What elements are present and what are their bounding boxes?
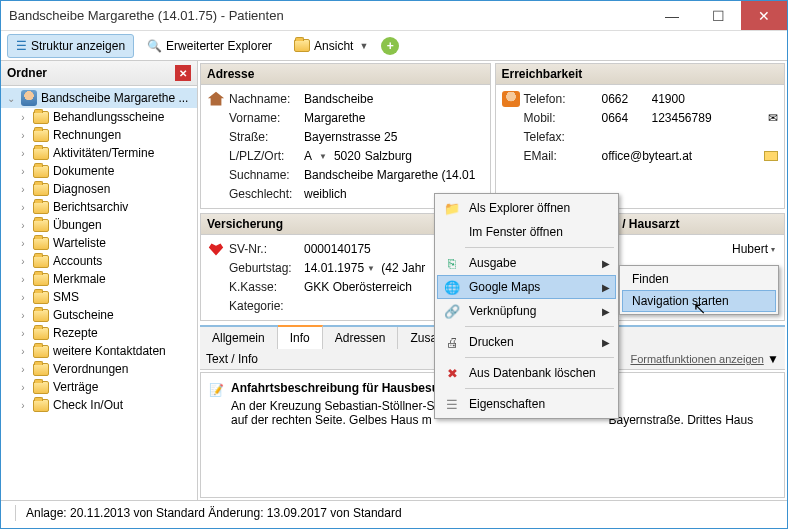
tree-item[interactable]: ›Verträge — [1, 378, 197, 396]
expand-icon[interactable]: › — [17, 112, 29, 123]
expand-icon[interactable]: › — [17, 184, 29, 195]
ort-value[interactable]: Salzburg — [365, 149, 412, 163]
vorname-value[interactable]: Margarethe — [304, 111, 484, 125]
expand-icon[interactable]: › — [17, 382, 29, 393]
menu-verknuepfung[interactable]: 🔗Verknüpfung▶ — [437, 299, 616, 323]
minimize-button[interactable]: — — [649, 1, 695, 30]
tree-item[interactable]: ›Behandlungsscheine — [1, 108, 197, 126]
folder-icon — [33, 183, 49, 196]
tree-item[interactable]: ›Gutscheine — [1, 306, 197, 324]
menu-delete[interactable]: ✖Aus Datenbank löschen — [437, 361, 616, 385]
folder-tree[interactable]: ⌄ Bandscheibe Margarethe ... ›Behandlung… — [1, 86, 197, 500]
expand-icon[interactable]: › — [17, 130, 29, 141]
tree-item[interactable]: ›Merkmale — [1, 270, 197, 288]
mobil-value[interactable]: 123456789 — [652, 111, 769, 125]
tree-item[interactable]: ›SMS — [1, 288, 197, 306]
chevron-down-icon[interactable]: ▼ — [316, 152, 330, 161]
menu-ausgabe[interactable]: ⎘Ausgabe▶ — [437, 251, 616, 275]
chevron-down-icon[interactable]: ▼ — [767, 352, 779, 366]
tree-item[interactable]: ›Accounts — [1, 252, 197, 270]
suchname-value[interactable]: Bandscheibe Margarethe (14.01 — [304, 168, 484, 182]
explorer-icon: 🔍 — [147, 39, 162, 53]
tree-item[interactable]: ›Übungen — [1, 216, 197, 234]
contact-icon — [502, 91, 520, 107]
nachname-value[interactable]: Bandscheibe — [304, 92, 484, 106]
kat-label: Kategorie: — [229, 299, 304, 313]
geb-label: Geburtstag: — [229, 261, 304, 275]
expand-icon[interactable]: › — [17, 310, 29, 321]
expand-icon[interactable]: › — [17, 166, 29, 177]
menu-finden[interactable]: Finden — [622, 268, 776, 290]
folder-icon — [33, 129, 49, 142]
tree-item[interactable]: ›Dokumente — [1, 162, 197, 180]
maximize-button[interactable]: ☐ — [695, 1, 741, 30]
format-link[interactable]: Formatfunktionen anzeigen — [630, 353, 763, 365]
tree-item-label: Verordnungen — [53, 362, 128, 376]
mobil-vorwahl[interactable]: 0664 — [602, 111, 652, 125]
note-icon: 📝 — [209, 383, 224, 397]
chevron-down-icon[interactable]: ▾ — [768, 245, 778, 254]
expand-icon[interactable]: › — [17, 202, 29, 213]
tree-item[interactable]: ›Rechnungen — [1, 126, 197, 144]
menu-properties[interactable]: ☰Eigenschaften — [437, 392, 616, 416]
export-icon: ⎘ — [443, 255, 461, 271]
tree-root[interactable]: ⌄ Bandscheibe Margarethe ... — [1, 88, 197, 108]
toolbar: ☰ Struktur anzeigen 🔍 Erweiterter Explor… — [1, 31, 787, 61]
strasse-value[interactable]: Bayernstrasse 25 — [304, 130, 484, 144]
land-value[interactable]: A — [304, 149, 312, 163]
tree-item[interactable]: ›weitere Kontaktdaten — [1, 342, 197, 360]
expand-icon[interactable]: › — [17, 364, 29, 375]
tree-item-label: Behandlungsscheine — [53, 110, 164, 124]
tab-info[interactable]: Info — [278, 325, 323, 349]
expand-icon[interactable]: › — [17, 256, 29, 267]
tree-item-label: Diagnosen — [53, 182, 110, 196]
folder-icon — [33, 345, 49, 358]
close-button[interactable]: ✕ — [741, 1, 787, 30]
chevron-down-icon[interactable]: ▼ — [364, 264, 378, 273]
globe-icon: 🌐 — [443, 279, 461, 295]
tree-item[interactable]: ›Verordnungen — [1, 360, 197, 378]
erreich-header: Erreichbarkeit — [496, 64, 785, 85]
sidebar-close-button[interactable]: ✕ — [175, 65, 191, 81]
menu-open-explorer[interactable]: 📁Als Explorer öffnen — [437, 196, 616, 220]
expand-icon[interactable]: › — [17, 238, 29, 249]
email-value[interactable]: office@byteart.at — [602, 149, 765, 163]
sms-icon[interactable]: ✉ — [768, 111, 778, 125]
tree-item-label: Gutscheine — [53, 308, 114, 322]
tab-adressen[interactable]: Adressen — [323, 327, 399, 349]
telefon-value[interactable]: 41900 — [652, 92, 779, 106]
tab-allgemein[interactable]: Allgemein — [200, 327, 278, 349]
collapse-icon[interactable]: ⌄ — [5, 93, 17, 104]
menu-google-maps[interactable]: 🌐Google Maps▶ — [437, 275, 616, 299]
expand-icon[interactable]: › — [17, 274, 29, 285]
therapeut-value[interactable]: Hubert — [732, 242, 768, 256]
erreichbarkeit-panel: Erreichbarkeit Telefon:066241900 Mobil:0… — [495, 63, 786, 209]
expand-icon[interactable]: › — [17, 346, 29, 357]
explorer-icon: 📁 — [443, 200, 461, 216]
expand-icon[interactable]: › — [17, 400, 29, 411]
geb-value[interactable]: 14.01.1975 — [304, 261, 364, 275]
tree-item[interactable]: ›Check In/Out — [1, 396, 197, 414]
expand-icon[interactable]: › — [17, 148, 29, 159]
ansicht-button[interactable]: Ansicht ▼ — [285, 34, 377, 58]
plz-value[interactable]: 5020 — [334, 149, 361, 163]
tree-item[interactable]: ›Warteliste — [1, 234, 197, 252]
tree-item[interactable]: ›Diagnosen — [1, 180, 197, 198]
tree-item[interactable]: ›Aktivitäten/Termine — [1, 144, 197, 162]
expand-icon[interactable]: › — [17, 220, 29, 231]
folder-icon — [33, 327, 49, 340]
struktur-button[interactable]: ☰ Struktur anzeigen — [7, 34, 134, 58]
adresse-panel: Adresse Nachname:Bandscheibe Vorname:Mar… — [200, 63, 491, 209]
menu-navigation-starten[interactable]: Navigation starten — [622, 290, 776, 312]
mail-icon[interactable] — [764, 151, 778, 161]
explorer-button[interactable]: 🔍 Erweiterter Explorer — [138, 34, 281, 58]
tree-item[interactable]: ›Rezepte — [1, 324, 197, 342]
tree-item[interactable]: ›Berichtsarchiv — [1, 198, 197, 216]
menu-open-window[interactable]: Im Fenster öffnen — [437, 220, 616, 244]
telefon-vorwahl[interactable]: 0662 — [602, 92, 652, 106]
expand-icon[interactable]: › — [17, 292, 29, 303]
suchname-label: Suchname: — [229, 168, 304, 182]
add-button[interactable]: + — [381, 37, 399, 55]
expand-icon[interactable]: › — [17, 328, 29, 339]
menu-drucken[interactable]: 🖨Drucken▶ — [437, 330, 616, 354]
